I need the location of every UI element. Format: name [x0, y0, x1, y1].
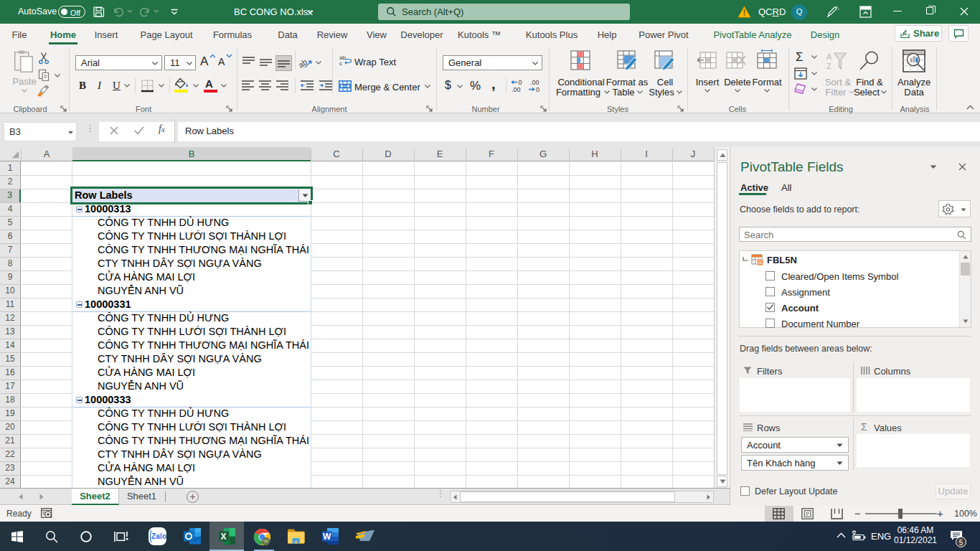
svg-text:Z: Z [826, 62, 831, 70]
svg-text:c: c [339, 60, 342, 66]
svg-text:A: A [826, 52, 832, 61]
svg-text:0: 0 [519, 79, 522, 86]
svg-text:X: X [221, 532, 227, 542]
svg-text:W: W [323, 532, 331, 542]
svg-text:0: 0 [536, 86, 540, 93]
svg-text:.00: .00 [512, 86, 521, 93]
svg-text:.00: .00 [530, 79, 540, 86]
svg-text:ab: ab [299, 57, 308, 69]
